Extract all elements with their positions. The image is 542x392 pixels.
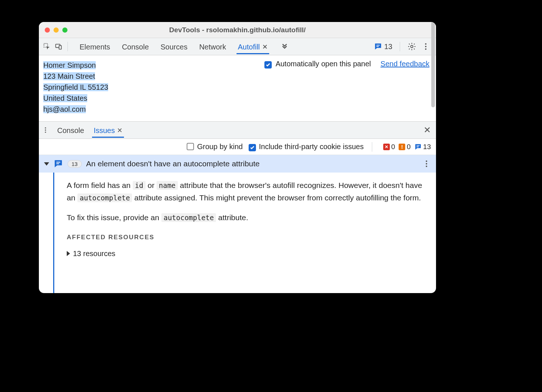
issue-count-badge: 13 xyxy=(67,160,82,168)
code-autocomplete: autocomplete xyxy=(161,213,216,222)
close-window-button[interactable] xyxy=(45,27,50,33)
issues-count-value: 13 xyxy=(384,42,392,51)
text: attribute assigned. This might prevent t… xyxy=(132,193,421,202)
traffic-lights xyxy=(39,27,67,33)
drawer-tabs: Console Issues ✕ ✕ xyxy=(39,122,436,139)
svg-rect-4 xyxy=(376,46,378,47)
info-issue-icon xyxy=(414,143,422,151)
auto-open-label: Automatically open this panel xyxy=(275,60,371,68)
warning-icon: ! xyxy=(399,144,405,150)
tab-sources[interactable]: Sources xyxy=(159,39,189,54)
main-toolbar: Elements Console Sources Network Autofil… xyxy=(39,38,436,55)
autofill-line: United States xyxy=(43,94,87,102)
tab-network[interactable]: Network xyxy=(198,39,227,54)
issue-row[interactable]: 13 An element doesn't have an autocomple… xyxy=(39,155,436,173)
include-3p-option[interactable]: Include third-party cookie issues xyxy=(249,143,364,151)
autofill-line: 123 Main Street xyxy=(43,72,95,80)
svg-rect-2 xyxy=(59,45,61,49)
autofill-panel: Homer Simpson 123 Main Street Springfiel… xyxy=(39,55,436,122)
drawer-menu-icon[interactable] xyxy=(42,126,49,134)
info-issue-icon xyxy=(54,159,63,169)
text: To fix this issue, provide an xyxy=(67,213,161,222)
window-title: DevTools - rsolomakhin.github.io/autofil… xyxy=(39,26,436,34)
svg-rect-15 xyxy=(56,163,59,164)
separator xyxy=(67,42,68,51)
main-tabs: Elements Console Sources Network Autofil… xyxy=(78,39,289,54)
svg-point-11 xyxy=(45,132,46,133)
tab-autofill[interactable]: Autofill ✕ xyxy=(237,39,269,54)
svg-point-18 xyxy=(426,166,427,167)
device-toolbar-icon[interactable] xyxy=(54,41,64,52)
drawer-tab-issues-label: Issues xyxy=(94,126,115,135)
svg-rect-3 xyxy=(376,45,380,45)
send-feedback-link[interactable]: Send feedback xyxy=(381,60,429,68)
code-name: name xyxy=(157,181,178,190)
autofill-line: hjs@aol.com xyxy=(43,105,86,113)
warning-count-value: 0 xyxy=(407,143,411,151)
svg-point-8 xyxy=(425,48,426,50)
expand-icon[interactable] xyxy=(44,162,49,166)
text: A form field has an xyxy=(67,181,133,189)
issue-gutter xyxy=(39,173,54,293)
separator xyxy=(372,142,372,152)
svg-rect-13 xyxy=(417,147,419,147)
error-count-value: 0 xyxy=(391,143,395,151)
zoom-window-button[interactable] xyxy=(62,27,67,33)
expand-icon[interactable] xyxy=(67,251,70,256)
issue-paragraph: A form field has an id or name attribute… xyxy=(67,179,426,204)
info-issue-icon xyxy=(374,42,382,51)
close-drawer-tab-icon[interactable]: ✕ xyxy=(117,126,122,134)
info-count-value: 13 xyxy=(423,143,431,151)
svg-point-16 xyxy=(426,160,427,162)
more-tabs-icon[interactable] xyxy=(281,42,289,51)
issue-title: An element doesn't have an autocomplete … xyxy=(86,159,260,168)
drawer-tab-issues[interactable]: Issues ✕ xyxy=(92,123,124,138)
close-drawer-icon[interactable]: ✕ xyxy=(424,125,433,135)
error-icon: ✕ xyxy=(383,144,390,150)
issue-content: A form field has an id or name attribute… xyxy=(54,173,436,293)
settings-icon[interactable] xyxy=(407,42,416,51)
issue-counts: ✕0 !0 13 xyxy=(383,143,431,151)
include-3p-checkbox[interactable] xyxy=(249,144,256,151)
tab-console[interactable]: Console xyxy=(120,39,150,54)
affected-resources-heading: AFFECTED RESOURCES xyxy=(67,231,426,244)
svg-point-10 xyxy=(45,129,46,130)
group-by-kind-checkbox[interactable] xyxy=(187,143,194,150)
info-count[interactable]: 13 xyxy=(414,143,431,151)
tab-elements[interactable]: Elements xyxy=(78,39,111,54)
autofill-address-preview: Homer Simpson 123 Main Street Springfiel… xyxy=(43,60,108,115)
issue-menu-icon[interactable] xyxy=(422,159,431,168)
group-by-kind-option[interactable]: Group by kind xyxy=(187,143,243,151)
drawer-tab-console[interactable]: Console xyxy=(56,123,85,138)
tab-autofill-label: Autofill xyxy=(238,43,260,51)
issues-toolbar: Group by kind Include third-party cookie… xyxy=(39,139,436,155)
svg-rect-14 xyxy=(56,162,61,163)
issue-paragraph: To fix this issue, provide an autocomple… xyxy=(67,211,426,224)
text: attribute. xyxy=(216,213,248,222)
title-bar: DevTools - rsolomakhin.github.io/autofil… xyxy=(39,22,436,38)
error-count[interactable]: ✕0 xyxy=(383,143,395,151)
svg-rect-12 xyxy=(417,145,420,146)
more-menu-icon[interactable] xyxy=(421,42,430,51)
auto-open-checkbox[interactable] xyxy=(264,61,272,69)
group-by-kind-label: Group by kind xyxy=(197,143,243,151)
warning-count[interactable]: !0 xyxy=(399,143,411,151)
issues-counter[interactable]: 13 xyxy=(374,42,392,51)
autofill-line: Homer Simpson xyxy=(43,61,96,69)
toolbar-right: 13 xyxy=(374,42,433,51)
svg-point-6 xyxy=(425,43,426,45)
include-3p-label: Include third-party cookie issues xyxy=(259,143,364,151)
code-id: id xyxy=(133,181,146,190)
close-tab-icon[interactable]: ✕ xyxy=(262,43,268,51)
resources-label: 13 resources xyxy=(73,247,116,260)
svg-point-9 xyxy=(45,127,46,129)
code-autocomplete: autocomplete xyxy=(77,193,132,202)
inspect-element-icon[interactable] xyxy=(42,41,52,52)
svg-point-5 xyxy=(411,45,413,48)
devtools-window: DevTools - rsolomakhin.github.io/autofil… xyxy=(39,22,436,293)
minimize-window-button[interactable] xyxy=(54,27,59,33)
svg-point-17 xyxy=(426,163,427,164)
autofill-options: Automatically open this panel Send feedb… xyxy=(264,60,429,115)
resources-toggle[interactable]: 13 resources xyxy=(67,247,426,260)
autofill-line: Springfield IL 55123 xyxy=(43,83,108,91)
